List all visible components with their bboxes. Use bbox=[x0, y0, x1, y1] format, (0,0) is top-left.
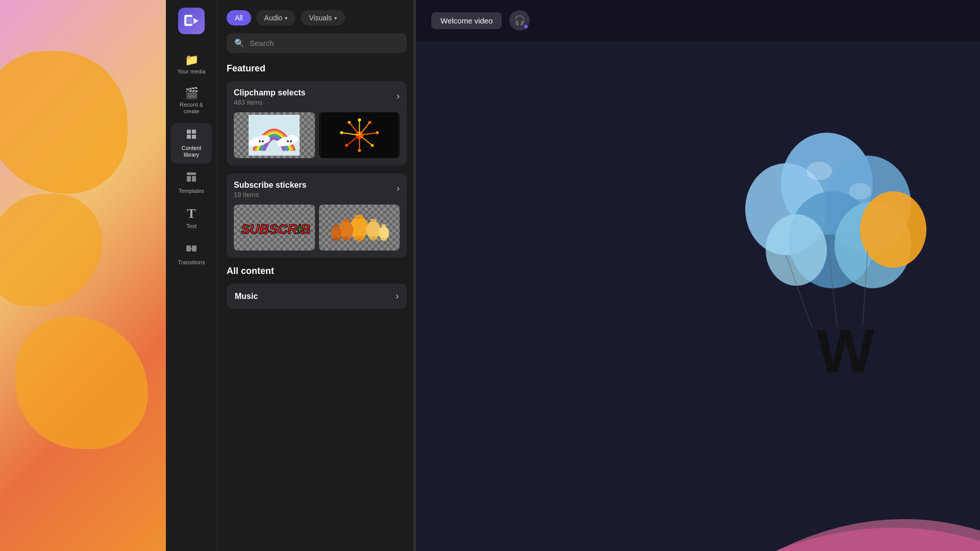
svg-point-69 bbox=[806, 162, 832, 180]
firework-svg bbox=[319, 112, 400, 158]
svg-point-67 bbox=[860, 191, 926, 268]
subscribe-stickers-count: 19 items bbox=[234, 191, 306, 198]
svg-point-55 bbox=[372, 238, 375, 241]
svg-rect-5 bbox=[187, 135, 191, 139]
rainbow-svg bbox=[249, 115, 300, 156]
sidebar-item-transitions[interactable]: Transitions bbox=[171, 237, 212, 271]
sidebar-item-content-library[interactable]: Content library bbox=[171, 123, 212, 163]
music-row[interactable]: Music › bbox=[227, 284, 407, 309]
background-left bbox=[0, 0, 166, 551]
subscribe-stickers-arrow-icon: › bbox=[397, 183, 400, 194]
svg-point-58 bbox=[333, 237, 339, 240]
svg-point-70 bbox=[849, 183, 871, 199]
svg-point-37 bbox=[376, 131, 379, 134]
filter-visuals-button[interactable]: Visuals ▾ bbox=[301, 10, 345, 26]
svg-point-35 bbox=[368, 121, 371, 124]
clipchamp-selects-title: Clipchamp selects bbox=[234, 88, 306, 97]
svg-point-48 bbox=[339, 221, 353, 238]
subscribe-thumb-2 bbox=[319, 205, 400, 251]
sidebar-item-record-create[interactable]: 🎬 Record &create bbox=[171, 83, 212, 120]
visuals-chevron-icon: ▾ bbox=[334, 15, 337, 21]
filter-audio-button[interactable]: Audio ▾ bbox=[256, 10, 296, 26]
svg-point-41 bbox=[358, 149, 361, 152]
featured-heading: Featured bbox=[227, 63, 407, 74]
app-logo[interactable] bbox=[178, 8, 205, 34]
project-title-badge[interactable]: Welcome video bbox=[431, 12, 502, 29]
svg-point-52 bbox=[366, 221, 381, 238]
svg-rect-4 bbox=[192, 130, 196, 134]
svg-rect-60 bbox=[382, 224, 386, 227]
audio-chevron-icon: ▾ bbox=[285, 15, 287, 21]
svg-text:W: W bbox=[817, 317, 875, 385]
blob-decoration-1 bbox=[0, 51, 128, 194]
subscribe-stickers-header: Subscribe stickers 19 items › bbox=[234, 181, 400, 198]
svg-point-38 bbox=[345, 144, 348, 147]
svg-rect-53 bbox=[371, 219, 377, 222]
bells-svg bbox=[323, 207, 396, 248]
search-icon: 🔍 bbox=[234, 38, 244, 48]
search-input[interactable] bbox=[250, 39, 399, 47]
svg-rect-9 bbox=[192, 176, 196, 182]
music-arrow-icon: › bbox=[396, 291, 399, 302]
svg-rect-3 bbox=[187, 130, 191, 134]
preview-canvas: W bbox=[416, 41, 980, 551]
svg-point-19 bbox=[277, 139, 287, 146]
svg-rect-11 bbox=[192, 245, 197, 252]
subscribe-stickers-title: Subscribe stickers bbox=[234, 181, 306, 190]
svg-rect-8 bbox=[187, 176, 191, 182]
svg-rect-57 bbox=[334, 224, 338, 227]
folder-icon: 📁 bbox=[185, 55, 199, 66]
sidebar-item-text[interactable]: T Text bbox=[171, 202, 212, 235]
svg-rect-10 bbox=[186, 245, 191, 252]
filter-bar: All Audio ▾ Visuals ▾ bbox=[217, 0, 416, 33]
record-icon: 🎬 bbox=[185, 88, 199, 99]
clipchamp-selects-info: Clipchamp selects 483 items bbox=[234, 88, 306, 106]
blob-decoration-2 bbox=[0, 194, 102, 306]
preview-header: Welcome video 🎧 bbox=[416, 0, 980, 41]
subscribe-stickers-card[interactable]: Subscribe stickers 19 items › SUBSCRIBE … bbox=[227, 173, 407, 258]
subscribe-svg: SUBSCRIBE + bbox=[238, 212, 311, 244]
svg-point-34 bbox=[348, 121, 351, 124]
svg-rect-7 bbox=[187, 172, 196, 175]
svg-point-36 bbox=[340, 131, 343, 134]
svg-point-61 bbox=[381, 237, 387, 240]
subscribe-stickers-thumbnails: SUBSCRIBE + bbox=[234, 205, 400, 251]
clipchamp-selects-header: Clipchamp selects 483 items › bbox=[234, 88, 400, 106]
balloons-illustration: W bbox=[674, 82, 980, 439]
panel-scrollbar[interactable] bbox=[413, 0, 416, 551]
headset-status-dot bbox=[523, 23, 529, 30]
svg-point-47 bbox=[357, 238, 361, 242]
svg-point-22 bbox=[287, 140, 289, 142]
clipchamp-selects-count: 483 items bbox=[234, 98, 306, 106]
headset-button[interactable]: 🎧 bbox=[509, 10, 530, 31]
filter-all-button[interactable]: All bbox=[227, 10, 251, 26]
preview-area: Welcome video 🎧 W bbox=[416, 0, 980, 551]
clipchamp-selects-arrow-icon: › bbox=[397, 91, 400, 102]
svg-point-23 bbox=[290, 140, 292, 142]
blob-decoration-3 bbox=[15, 316, 148, 449]
clipchamp-thumb-1 bbox=[234, 112, 315, 158]
svg-rect-6 bbox=[192, 135, 196, 139]
clipchamp-selects-thumbnails bbox=[234, 112, 400, 158]
svg-rect-1 bbox=[186, 17, 192, 24]
content-scroll-area: Featured Clipchamp selects 483 items › bbox=[217, 61, 416, 551]
sidebar-item-your-media[interactable]: 📁 Your media bbox=[171, 49, 212, 80]
subscribe-thumb-1: SUBSCRIBE + bbox=[234, 205, 315, 251]
svg-point-20 bbox=[259, 140, 261, 142]
svg-point-51 bbox=[345, 238, 348, 241]
content-library-panel: All Audio ▾ Visuals ▾ 🔍 Featured Clipcha… bbox=[217, 0, 416, 551]
content-library-icon bbox=[185, 128, 198, 142]
transitions-icon bbox=[185, 242, 198, 257]
search-bar: 🔍 bbox=[227, 33, 407, 53]
svg-point-68 bbox=[766, 214, 827, 286]
svg-point-39 bbox=[371, 144, 374, 147]
svg-marker-2 bbox=[193, 18, 199, 24]
svg-text:+: + bbox=[296, 221, 303, 237]
svg-point-40 bbox=[358, 118, 361, 121]
clipchamp-selects-card[interactable]: Clipchamp selects 483 items › bbox=[227, 81, 407, 165]
text-icon: T bbox=[187, 207, 195, 220]
svg-point-16 bbox=[249, 139, 259, 146]
sidebar-item-templates[interactable]: Templates bbox=[171, 166, 212, 199]
svg-rect-45 bbox=[355, 215, 363, 219]
svg-point-21 bbox=[262, 140, 264, 142]
